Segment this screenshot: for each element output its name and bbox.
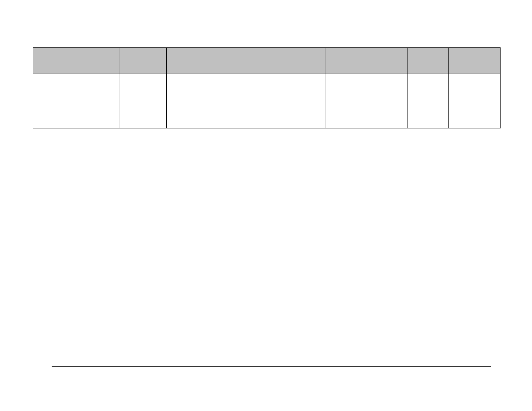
- table-cell: [167, 74, 326, 128]
- table-cell: [408, 74, 449, 128]
- table-cell: [119, 74, 167, 128]
- footer-rule: [52, 366, 491, 367]
- table-header-cell: [326, 48, 408, 74]
- data-table: [33, 47, 501, 128]
- table-header-cell: [449, 48, 501, 74]
- table-cell: [33, 74, 76, 128]
- table-header-cell: [33, 48, 76, 74]
- table-cell: [449, 74, 501, 128]
- data-table-container: [33, 47, 500, 128]
- table-header-cell: [408, 48, 449, 74]
- table-header-cell: [119, 48, 167, 74]
- table-cell: [326, 74, 408, 128]
- table-row: [33, 74, 501, 128]
- table-header-cell: [167, 48, 326, 74]
- table-header-row: [33, 48, 501, 74]
- document-page: [0, 0, 532, 411]
- table-cell: [76, 74, 119, 128]
- table-header-cell: [76, 48, 119, 74]
